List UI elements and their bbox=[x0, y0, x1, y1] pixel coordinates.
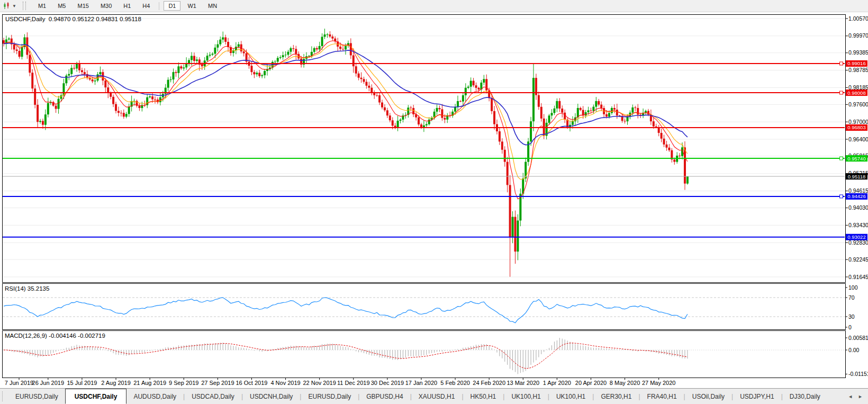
price-chart-svg[interactable]: 1.005700.999700.993850.987850.981850.976… bbox=[0, 12, 868, 388]
candle-bull bbox=[645, 111, 647, 112]
tab-dj30-daily[interactable]: DJ30,Daily bbox=[783, 389, 827, 404]
timeframe-button-m5[interactable]: M5 bbox=[53, 1, 70, 11]
candle-bull bbox=[149, 96, 151, 97]
candle-bear bbox=[73, 68, 75, 68]
tab-usdcad-daily[interactable]: USDCAD,Daily bbox=[185, 389, 241, 404]
candle-bull bbox=[94, 80, 96, 81]
tab-scroll-right-icon[interactable]: ► bbox=[858, 394, 863, 399]
tab-uk100-h1[interactable]: UK100,H1 bbox=[504, 389, 547, 404]
tab-xauusd-h1[interactable]: XAUUSD,H1 bbox=[412, 389, 462, 404]
price-tick-label: 0.93430 bbox=[848, 222, 868, 228]
candle-bull bbox=[454, 107, 456, 112]
candle-bull bbox=[173, 72, 175, 79]
candle-bull bbox=[467, 87, 469, 88]
tab-usdchf-daily[interactable]: USDCHF,Daily bbox=[65, 389, 127, 404]
tab-eurusd-daily[interactable]: EURUSD,Daily bbox=[301, 389, 358, 404]
candle-bear bbox=[358, 74, 360, 78]
candle-bear bbox=[504, 150, 506, 162]
tab-usdcnh-daily[interactable]: USDCNH,Daily bbox=[243, 389, 300, 404]
candle-bull bbox=[400, 120, 402, 121]
candle-bear bbox=[616, 110, 618, 115]
candle-bear bbox=[582, 110, 584, 116]
candle-bear bbox=[410, 107, 412, 108]
candle-bull bbox=[308, 56, 310, 57]
timeframe-button-w1[interactable]: W1 bbox=[183, 1, 201, 11]
candle-bear bbox=[295, 49, 297, 53]
timeframe-button-m1[interactable]: M1 bbox=[33, 1, 51, 11]
tabbar-grip[interactable] bbox=[2, 391, 4, 401]
toolbar-grip[interactable] bbox=[23, 2, 26, 10]
tab-hk50-h1[interactable]: HK50,H1 bbox=[464, 389, 503, 404]
tab-ger30-h1[interactable]: GER30,H1 bbox=[594, 389, 638, 404]
candle-bear bbox=[193, 56, 195, 61]
tab-audusd-daily[interactable]: AUDUSD,Daily bbox=[126, 389, 183, 404]
rsi-tick-label: 0 bbox=[848, 324, 852, 330]
date-label: 11 Dec 2019 bbox=[337, 380, 370, 386]
timeframe-button-m30[interactable]: M30 bbox=[96, 1, 116, 11]
candle-bull bbox=[274, 61, 276, 62]
hline-handle[interactable] bbox=[840, 62, 843, 65]
date-label: 27 Sep 2019 bbox=[201, 380, 234, 386]
timeframe-button-h4[interactable]: H4 bbox=[138, 1, 155, 11]
candle-bear bbox=[477, 88, 480, 89]
date-label: 5 Feb 2020 bbox=[440, 380, 470, 386]
rsi-tick-label: 100 bbox=[848, 284, 858, 291]
candle-bear bbox=[475, 85, 477, 88]
chart-type-icon[interactable] bbox=[2, 2, 12, 10]
candle-bull bbox=[587, 110, 590, 112]
tab-fra40-h1[interactable]: FRA40,H1 bbox=[640, 389, 684, 404]
timeframe-button-d1[interactable]: D1 bbox=[164, 1, 180, 11]
candle-bull bbox=[321, 37, 323, 46]
candle-bear bbox=[564, 113, 566, 120]
candle-bull bbox=[264, 71, 266, 75]
current-price-label: 0.95118 bbox=[848, 174, 866, 179]
macd-tick-label: 0.00 bbox=[848, 347, 860, 353]
hline-handle[interactable] bbox=[840, 195, 843, 198]
tab-eurusd-daily[interactable]: EURUSD,Daily bbox=[8, 389, 65, 404]
candle-bull bbox=[457, 101, 459, 107]
candle-bear bbox=[250, 66, 252, 72]
candle-bear bbox=[34, 88, 36, 105]
candle-bull bbox=[483, 79, 485, 83]
date-label: 24 Feb 2020 bbox=[473, 380, 505, 386]
candle-bear bbox=[501, 141, 503, 149]
candle-bull bbox=[595, 101, 597, 107]
candle-bear bbox=[37, 105, 39, 122]
candle-bull bbox=[592, 107, 594, 111]
chart-area: 1.005700.999700.993850.987850.981850.976… bbox=[0, 12, 868, 388]
candle-bull bbox=[170, 79, 172, 80]
candle-bull bbox=[345, 46, 347, 49]
candle-bear bbox=[365, 82, 367, 86]
candle-bear bbox=[679, 156, 681, 156]
candle-bull bbox=[188, 60, 190, 63]
hline-handle[interactable] bbox=[840, 91, 843, 94]
tab-usdjpy-h1[interactable]: USDJPY,H1 bbox=[733, 389, 781, 404]
candle-bear bbox=[292, 48, 294, 49]
candlestick-icon bbox=[3, 2, 11, 10]
candle-bear bbox=[605, 114, 608, 117]
timeframe-button-m15[interactable]: M15 bbox=[73, 1, 93, 11]
candle-bear bbox=[663, 139, 665, 145]
tab-scroll-left-icon[interactable]: ◄ bbox=[848, 394, 853, 399]
hline-price-label: 0.93022 bbox=[847, 234, 865, 240]
candle-bear bbox=[55, 106, 57, 109]
hline-price-label: 0.99016 bbox=[847, 60, 865, 66]
candle-bull bbox=[68, 74, 70, 76]
candle-bear bbox=[381, 103, 383, 107]
candle-bull bbox=[277, 58, 279, 61]
candle-bull bbox=[423, 125, 425, 127]
candle-bull bbox=[191, 56, 193, 60]
candle-bull bbox=[287, 52, 289, 55]
timeframe-button-mn[interactable]: MN bbox=[203, 1, 222, 11]
tab-uk100-h1[interactable]: UK100,H1 bbox=[549, 389, 592, 404]
hline-handle[interactable] bbox=[840, 157, 843, 160]
tab-usoil-daily[interactable]: USOil,Daily bbox=[685, 389, 731, 404]
candle-bull bbox=[525, 162, 527, 178]
candle-bear bbox=[154, 100, 156, 100]
candle-bull bbox=[177, 66, 179, 73]
candle-bear bbox=[117, 111, 120, 113]
candle-bull bbox=[326, 34, 328, 35]
timeframe-button-h1[interactable]: H1 bbox=[119, 1, 135, 11]
chevron-down-icon[interactable]: ▼ bbox=[12, 4, 16, 8]
tab-gbpusd-h4[interactable]: GBPUSD,H4 bbox=[359, 389, 410, 404]
